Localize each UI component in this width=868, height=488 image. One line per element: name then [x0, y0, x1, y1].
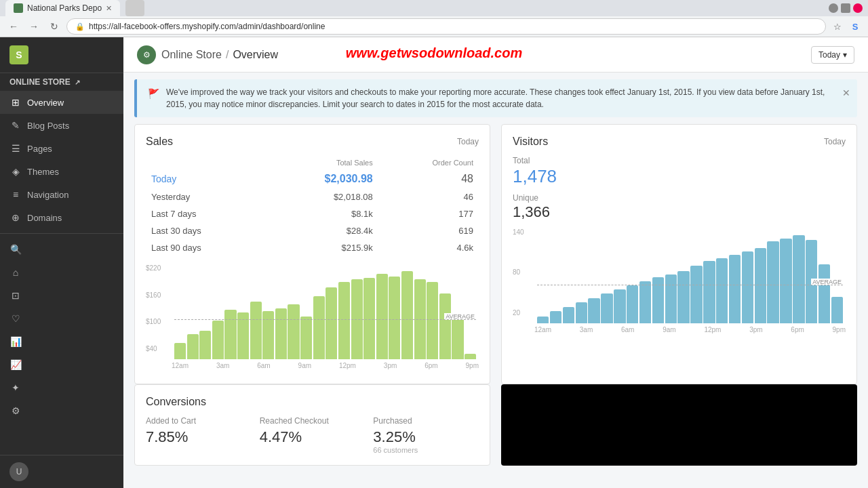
sales-bar: [250, 302, 262, 359]
sales-bar: [326, 287, 337, 359]
visitors-bar: [780, 239, 791, 323]
back-button[interactable]: ←: [5, 18, 22, 35]
bottom-row: Conversions Added to Cart 7.85% Reached …: [134, 384, 857, 466]
cart-label: Added to Cart: [146, 416, 252, 426]
browser-tab[interactable]: National Parks Depo ✕: [5, 0, 120, 16]
sales-row-period: Last 30 days: [146, 222, 264, 239]
sidebar-item-analytics[interactable]: 📊: [0, 330, 123, 353]
y-label-160: $160: [146, 291, 170, 299]
sidebar-item-customers[interactable]: ♡: [0, 307, 123, 330]
apps-icon: ✦: [9, 382, 22, 394]
sidebar-item-label: Blog Posts: [27, 121, 69, 131]
window-close[interactable]: [853, 3, 863, 13]
sidebar-store-link[interactable]: ONLINE STORE ↗: [0, 73, 123, 91]
top-bar-left: ⚙ Online Store / Overview: [137, 45, 278, 64]
visitors-card-header: Visitors Today: [513, 136, 846, 148]
total-visitors-block: Total 1,478: [513, 156, 846, 186]
sales-row-total: $8.1k: [264, 205, 378, 222]
dashboard-row: Sales Today Total Sales Order Count Toda…: [134, 124, 857, 384]
sales-table: Total Sales Order Count Today$2,030.9848…: [146, 156, 479, 256]
unique-visitors-block: Unique 1,366: [513, 193, 846, 220]
total-value: 1,478: [513, 167, 846, 186]
top-bar: ⚙ Online Store / Overview Today ▾: [123, 37, 868, 73]
reload-button[interactable]: ↻: [46, 18, 62, 35]
sidebar-item-reports[interactable]: 📈: [0, 353, 123, 376]
visitors-title: Visitors: [513, 136, 548, 148]
sales-col-period: [146, 156, 264, 169]
purchased-value: 3.25%: [373, 428, 479, 446]
sales-title: Sales: [146, 136, 173, 148]
address-bar[interactable]: 🔒 https://all-facebook-offers.myshopify.…: [66, 18, 826, 35]
sales-bar: [199, 331, 211, 359]
conversions-card: Conversions Added to Cart 7.85% Reached …: [134, 384, 490, 466]
y-label-220: $220: [146, 264, 170, 272]
sidebar-item-apps[interactable]: ✦: [0, 376, 123, 399]
orders-icon: ⊡: [9, 289, 22, 302]
sidebar-item-orders[interactable]: ⊡: [0, 284, 123, 307]
breadcrumb-parent[interactable]: Online Store: [161, 49, 222, 61]
sidebar-item-navigation[interactable]: ≡ Navigation: [0, 183, 123, 206]
forward-button[interactable]: →: [26, 18, 42, 35]
visitors-bar: [588, 298, 599, 323]
sidebar-item-themes[interactable]: ◈ Themes: [0, 160, 123, 183]
sales-card: Sales Today Total Sales Order Count Toda…: [134, 124, 490, 384]
url-text: https://all-facebook-offers.myshopify.co…: [89, 22, 325, 31]
window-minimize[interactable]: [829, 3, 838, 13]
visitors-bar: [563, 307, 574, 323]
tab-favicon: [14, 3, 23, 13]
sidebar-item-search[interactable]: 🔍: [0, 238, 123, 261]
user-avatar[interactable]: U: [9, 462, 28, 481]
visitors-bar: [755, 248, 766, 323]
sales-row-period: Yesterday: [146, 188, 264, 205]
sales-row-total: $2,030.98: [264, 169, 378, 188]
sidebar-item-label: Domains: [27, 213, 62, 223]
sidebar-item-blog-posts[interactable]: ✎ Blog Posts: [0, 114, 123, 137]
visitors-bar: [627, 285, 638, 323]
sidebar: S ONLINE STORE ↗ ⊞ Overview ✎ Blog Posts…: [0, 37, 123, 488]
browser-chrome: National Parks Depo ✕ ← → ↻ 🔒 https://al…: [0, 0, 868, 37]
blog-posts-icon: ✎: [9, 119, 22, 131]
conversion-purchased: Purchased 3.25% 66 customers: [373, 416, 479, 454]
tab-close-button[interactable]: ✕: [106, 4, 112, 13]
date-filter-button[interactable]: Today ▾: [811, 46, 854, 64]
info-icon: 🚩: [148, 87, 159, 101]
sales-bar: [262, 311, 274, 360]
sidebar-item-pages[interactable]: ☰ Pages: [0, 137, 123, 160]
browser-titlebar: National Parks Depo ✕: [0, 0, 868, 16]
sidebar-item-home[interactable]: ⌂: [0, 261, 123, 284]
visitors-bar: [793, 235, 804, 323]
sidebar-item-domains[interactable]: ⊕ Domains: [0, 206, 123, 229]
sales-row-period: Today: [146, 169, 264, 188]
alert-banner: 🚩 We've improved the way we track your v…: [134, 79, 857, 117]
new-tab-button[interactable]: [125, 0, 144, 16]
sidebar-item-settings[interactable]: ⚙: [0, 399, 123, 422]
extensions-icon[interactable]: S: [848, 19, 863, 34]
sidebar-item-overview[interactable]: ⊞ Overview: [0, 91, 123, 114]
black-box: [501, 384, 857, 466]
reports-icon: 📈: [9, 359, 22, 371]
settings-icon: ⚙: [9, 405, 22, 417]
visitors-bar: [767, 241, 778, 323]
visitors-bar: [639, 281, 651, 323]
visitors-bar: [703, 261, 715, 323]
visitors-date: Today: [824, 137, 846, 146]
browser-actions: ☆ S: [830, 19, 863, 34]
sales-x-labels: 12am 3am 6am 9am 12pm 3pm 6pm 9pm: [146, 361, 479, 371]
sales-bar: [465, 354, 476, 359]
browser-toolbar: ← → ↻ 🔒 https://all-facebook-offers.mysh…: [0, 16, 868, 37]
external-link-icon: ↗: [75, 79, 80, 86]
sidebar-item-label: Navigation: [27, 190, 68, 200]
window-maximize[interactable]: [841, 3, 850, 13]
y-label-40: $40: [146, 345, 170, 352]
visitors-bar: [818, 264, 830, 323]
store-icon: ⚙: [137, 45, 156, 64]
alert-close-button[interactable]: ✕: [842, 86, 850, 100]
customers-icon: ♡: [9, 312, 22, 325]
sidebar-item-label: Overview: [27, 98, 64, 108]
sales-row-total: $28.4k: [264, 222, 378, 239]
sales-bar: [288, 304, 299, 359]
unique-value: 1,366: [513, 204, 846, 220]
y-label-80: 80: [513, 268, 533, 276]
bookmark-icon[interactable]: ☆: [830, 19, 845, 34]
sales-row-period: Last 7 days: [146, 205, 264, 222]
